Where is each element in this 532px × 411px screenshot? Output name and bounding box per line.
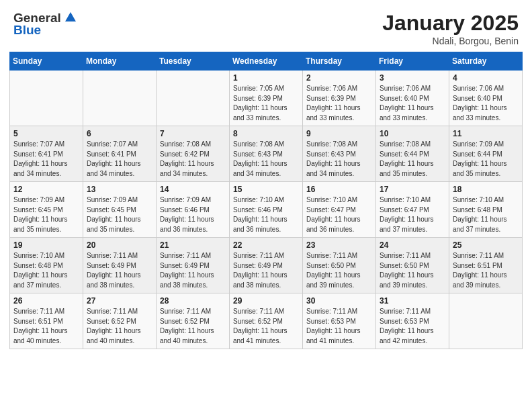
- svg-marker-0: [65, 12, 76, 21]
- day-info: Sunrise: 7:08 AM Sunset: 6:42 PM Dayligh…: [160, 140, 226, 179]
- calendar-cell: 20Sunrise: 7:11 AM Sunset: 6:49 PM Dayli…: [83, 238, 157, 293]
- day-info: Sunrise: 7:11 AM Sunset: 6:51 PM Dayligh…: [453, 251, 519, 290]
- day-info: Sunrise: 7:07 AM Sunset: 6:41 PM Dayligh…: [87, 140, 152, 179]
- col-monday: Monday: [83, 52, 157, 71]
- day-number: 21: [160, 240, 226, 250]
- day-number: 27: [87, 296, 152, 306]
- day-info: Sunrise: 7:11 AM Sunset: 6:50 PM Dayligh…: [380, 251, 445, 290]
- calendar-week-0: 1Sunrise: 7:05 AM Sunset: 6:39 PM Daylig…: [10, 71, 523, 126]
- calendar-cell: 16Sunrise: 7:10 AM Sunset: 6:47 PM Dayli…: [303, 182, 376, 238]
- calendar-cell: 25Sunrise: 7:11 AM Sunset: 6:51 PM Dayli…: [449, 238, 523, 293]
- calendar-cell: 28Sunrise: 7:11 AM Sunset: 6:52 PM Dayli…: [157, 293, 230, 349]
- logo: General Blue: [13, 11, 77, 38]
- day-info: Sunrise: 7:08 AM Sunset: 6:43 PM Dayligh…: [233, 140, 299, 179]
- day-number: 24: [380, 240, 445, 250]
- day-info: Sunrise: 7:11 AM Sunset: 6:51 PM Dayligh…: [13, 307, 79, 346]
- day-number: 15: [233, 185, 299, 194]
- day-number: 10: [380, 129, 445, 138]
- day-info: Sunrise: 7:05 AM Sunset: 6:39 PM Dayligh…: [233, 84, 299, 123]
- calendar-cell: 21Sunrise: 7:11 AM Sunset: 6:49 PM Dayli…: [157, 238, 230, 293]
- calendar-cell: 5Sunrise: 7:07 AM Sunset: 6:41 PM Daylig…: [10, 126, 83, 182]
- col-friday: Friday: [376, 52, 449, 71]
- day-number: 29: [233, 296, 299, 306]
- day-info: Sunrise: 7:09 AM Sunset: 6:44 PM Dayligh…: [453, 140, 519, 179]
- day-number: 23: [306, 240, 372, 250]
- day-number: 16: [306, 185, 372, 194]
- calendar-week-3: 19Sunrise: 7:10 AM Sunset: 6:48 PM Dayli…: [10, 238, 523, 293]
- header-row: Sunday Monday Tuesday Wednesday Thursday…: [10, 52, 523, 71]
- calendar-cell: 8Sunrise: 7:08 AM Sunset: 6:43 PM Daylig…: [230, 126, 303, 182]
- day-info: Sunrise: 7:11 AM Sunset: 6:49 PM Dayligh…: [160, 251, 226, 290]
- calendar-cell: 12Sunrise: 7:09 AM Sunset: 6:45 PM Dayli…: [10, 182, 83, 238]
- calendar: Sunday Monday Tuesday Wednesday Thursday…: [0, 52, 532, 411]
- calendar-week-4: 26Sunrise: 7:11 AM Sunset: 6:51 PM Dayli…: [10, 293, 523, 349]
- day-info: Sunrise: 7:10 AM Sunset: 6:48 PM Dayligh…: [453, 195, 519, 234]
- day-info: Sunrise: 7:11 AM Sunset: 6:53 PM Dayligh…: [306, 307, 372, 346]
- day-info: Sunrise: 7:11 AM Sunset: 6:53 PM Dayligh…: [380, 307, 445, 346]
- day-number: 11: [453, 129, 519, 138]
- calendar-cell: 31Sunrise: 7:11 AM Sunset: 6:53 PM Dayli…: [376, 293, 449, 349]
- day-number: 17: [380, 185, 445, 194]
- calendar-cell: 19Sunrise: 7:10 AM Sunset: 6:48 PM Dayli…: [10, 238, 83, 293]
- calendar-week-1: 5Sunrise: 7:07 AM Sunset: 6:41 PM Daylig…: [10, 126, 523, 182]
- calendar-week-2: 12Sunrise: 7:09 AM Sunset: 6:45 PM Dayli…: [10, 182, 523, 238]
- calendar-cell: 11Sunrise: 7:09 AM Sunset: 6:44 PM Dayli…: [449, 126, 523, 182]
- col-thursday: Thursday: [303, 52, 376, 71]
- day-number: 30: [306, 296, 372, 306]
- calendar-cell: 30Sunrise: 7:11 AM Sunset: 6:53 PM Dayli…: [303, 293, 376, 349]
- calendar-cell: 2Sunrise: 7:06 AM Sunset: 6:39 PM Daylig…: [303, 71, 376, 126]
- day-info: Sunrise: 7:11 AM Sunset: 6:52 PM Dayligh…: [87, 307, 152, 346]
- calendar-cell: [449, 293, 523, 349]
- calendar-cell: 23Sunrise: 7:11 AM Sunset: 6:50 PM Dayli…: [303, 238, 376, 293]
- day-info: Sunrise: 7:10 AM Sunset: 6:47 PM Dayligh…: [380, 195, 445, 234]
- day-number: 8: [233, 129, 299, 138]
- day-number: 13: [87, 185, 152, 194]
- calendar-cell: [83, 71, 157, 126]
- day-number: 25: [453, 240, 519, 250]
- col-saturday: Saturday: [449, 52, 523, 71]
- day-info: Sunrise: 7:09 AM Sunset: 6:45 PM Dayligh…: [87, 195, 152, 234]
- day-info: Sunrise: 7:11 AM Sunset: 6:50 PM Dayligh…: [306, 251, 372, 290]
- day-number: 4: [453, 73, 519, 83]
- day-info: Sunrise: 7:11 AM Sunset: 6:49 PM Dayligh…: [233, 251, 299, 290]
- day-number: 2: [306, 73, 372, 83]
- calendar-cell: 14Sunrise: 7:09 AM Sunset: 6:46 PM Dayli…: [157, 182, 230, 238]
- calendar-cell: 22Sunrise: 7:11 AM Sunset: 6:49 PM Dayli…: [230, 238, 303, 293]
- logo-icon: [64, 11, 77, 24]
- calendar-cell: 27Sunrise: 7:11 AM Sunset: 6:52 PM Dayli…: [83, 293, 157, 349]
- calendar-cell: 3Sunrise: 7:06 AM Sunset: 6:40 PM Daylig…: [376, 71, 449, 126]
- calendar-cell: 10Sunrise: 7:08 AM Sunset: 6:44 PM Dayli…: [376, 126, 449, 182]
- day-info: Sunrise: 7:09 AM Sunset: 6:45 PM Dayligh…: [13, 195, 79, 234]
- col-tuesday: Tuesday: [157, 52, 230, 71]
- col-sunday: Sunday: [10, 52, 83, 71]
- day-info: Sunrise: 7:11 AM Sunset: 6:49 PM Dayligh…: [87, 251, 152, 290]
- logo-text-blue: Blue: [13, 23, 41, 38]
- day-number: 6: [87, 129, 152, 138]
- month-title: January 2025: [382, 11, 519, 36]
- calendar-cell: 24Sunrise: 7:11 AM Sunset: 6:50 PM Dayli…: [376, 238, 449, 293]
- day-number: 20: [87, 240, 152, 250]
- calendar-cell: 1Sunrise: 7:05 AM Sunset: 6:39 PM Daylig…: [230, 71, 303, 126]
- day-info: Sunrise: 7:08 AM Sunset: 6:43 PM Dayligh…: [306, 140, 372, 179]
- calendar-cell: 15Sunrise: 7:10 AM Sunset: 6:46 PM Dayli…: [230, 182, 303, 238]
- calendar-cell: 29Sunrise: 7:11 AM Sunset: 6:52 PM Dayli…: [230, 293, 303, 349]
- calendar-cell: 6Sunrise: 7:07 AM Sunset: 6:41 PM Daylig…: [83, 126, 157, 182]
- day-number: 31: [380, 296, 445, 306]
- day-info: Sunrise: 7:06 AM Sunset: 6:39 PM Dayligh…: [306, 84, 372, 123]
- day-info: Sunrise: 7:11 AM Sunset: 6:52 PM Dayligh…: [233, 307, 299, 346]
- day-number: 19: [13, 240, 79, 250]
- day-number: 26: [13, 296, 79, 306]
- day-number: 9: [306, 129, 372, 138]
- col-wednesday: Wednesday: [230, 52, 303, 71]
- day-number: 14: [160, 185, 226, 194]
- day-number: 18: [453, 185, 519, 194]
- day-info: Sunrise: 7:07 AM Sunset: 6:41 PM Dayligh…: [13, 140, 79, 179]
- calendar-cell: 7Sunrise: 7:08 AM Sunset: 6:42 PM Daylig…: [157, 126, 230, 182]
- calendar-page: General Blue January 2025 Ndali, Borgou,…: [0, 0, 532, 411]
- calendar-cell: 17Sunrise: 7:10 AM Sunset: 6:47 PM Dayli…: [376, 182, 449, 238]
- day-number: 28: [160, 296, 226, 306]
- calendar-cell: 26Sunrise: 7:11 AM Sunset: 6:51 PM Dayli…: [10, 293, 83, 349]
- calendar-cell: [157, 71, 230, 126]
- day-info: Sunrise: 7:09 AM Sunset: 6:46 PM Dayligh…: [160, 195, 226, 234]
- day-info: Sunrise: 7:06 AM Sunset: 6:40 PM Dayligh…: [380, 84, 445, 123]
